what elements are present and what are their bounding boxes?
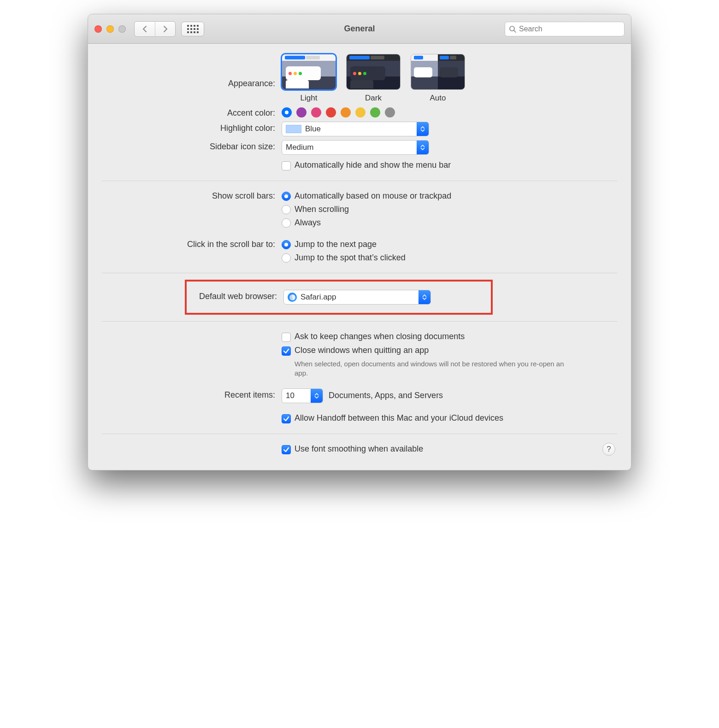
grid-icon: [187, 25, 199, 33]
appearance-option-dark[interactable]: Dark: [346, 54, 401, 103]
handoff-label: Allow Handoff between this Mac and your …: [295, 413, 503, 423]
stepper-icon: [417, 122, 429, 136]
font-smoothing-label: Use font smoothing when available: [295, 444, 423, 454]
highlight-swatch: [286, 125, 301, 133]
recent-items-value: 10: [286, 391, 311, 400]
accent-swatch-5[interactable]: [355, 107, 365, 117]
preferences-window: General Appearance: Light: [88, 14, 631, 470]
appearance-thumb-light: [282, 54, 336, 90]
safari-icon: [288, 293, 297, 302]
scrollbars-radio-2[interactable]: [282, 218, 291, 228]
click-scroll-radio-0[interactable]: [282, 240, 291, 249]
appearance-row: Appearance: Light: [88, 52, 631, 105]
scrollbars-radio-1[interactable]: [282, 205, 291, 214]
scrollbars-radio-0[interactable]: [282, 192, 291, 201]
default-browser-popup[interactable]: Safari.app: [283, 290, 431, 305]
help-button[interactable]: ?: [602, 443, 615, 456]
documents-row: Ask to keep changes when closing documen…: [88, 328, 631, 382]
titlebar: General: [88, 14, 631, 44]
accent-color-label: Accent color:: [88, 106, 282, 118]
click-scroll-radio-1[interactable]: [282, 253, 291, 263]
divider: [102, 321, 617, 322]
recent-items-row: Recent items: 10 Documents, Apps, and Se…: [88, 387, 631, 427]
svg-line-1: [514, 30, 516, 32]
appearance-option-dark-label: Dark: [346, 94, 401, 103]
forward-button[interactable]: [155, 22, 175, 36]
click-scroll-label: Click in the scroll bar to:: [88, 238, 282, 249]
highlight-color-label: Highlight color:: [88, 122, 282, 133]
default-browser-value: Safari.app: [301, 293, 353, 302]
stepper-icon: [311, 389, 323, 403]
accent-swatch-1[interactable]: [296, 107, 306, 117]
default-browser-highlight: Default web browser: Safari.app: [185, 280, 493, 315]
sidebar-icon-size-row: Sidebar icon size: Medium Automatically …: [88, 138, 631, 174]
highlight-value: Blue: [305, 124, 337, 134]
search-icon: [509, 25, 516, 33]
autohide-menubar-label: Automatically hide and show the menu bar: [295, 160, 451, 170]
accent-swatch-7[interactable]: [385, 107, 395, 117]
click-scroll-option-0[interactable]: Jump to the next page: [282, 238, 617, 251]
scrollbars-option-label-1: When scrolling: [295, 205, 349, 214]
divider: [102, 434, 617, 434]
stepper-icon: [417, 141, 429, 154]
fullscreen-window-button: [118, 25, 126, 33]
click-scroll-option-label-0: Jump to the next page: [295, 240, 377, 249]
accent-color-row: Accent color:: [88, 105, 631, 120]
scrollbars-option-1[interactable]: When scrolling: [282, 203, 617, 216]
appearance-option-light[interactable]: Light: [282, 54, 336, 103]
ask-keep-label: Ask to keep changes when closing documen…: [295, 332, 465, 341]
show-all-button[interactable]: [181, 22, 204, 36]
ask-keep-checkbox[interactable]: [282, 333, 291, 342]
sidebar-icon-size-label: Sidebar icon size:: [88, 140, 282, 152]
default-browser-label: Default web browser:: [187, 290, 283, 301]
accent-swatch-3[interactable]: [326, 107, 336, 117]
click-scroll-option-1[interactable]: Jump to the spot that’s clicked: [282, 251, 617, 264]
close-window-button[interactable]: [94, 25, 102, 33]
chevron-right-icon: [163, 25, 168, 33]
search-field[interactable]: [505, 22, 625, 36]
font-smoothing-checkbox[interactable]: [282, 445, 291, 454]
click-scroll-option-label-1: Jump to the spot that’s clicked: [295, 253, 406, 263]
chevron-left-icon: [142, 25, 147, 33]
scrollbars-option-0[interactable]: Automatically based on mouse or trackpad: [282, 189, 617, 203]
click-scroll-row: Click in the scroll bar to: Jump to the …: [88, 236, 631, 266]
accent-swatch-2[interactable]: [311, 107, 321, 117]
accent-swatch-6[interactable]: [370, 107, 380, 117]
scrollbars-option-2[interactable]: Always: [282, 216, 617, 229]
nav-back-forward: [134, 21, 176, 37]
highlight-color-row: Highlight color: Blue: [88, 120, 631, 138]
font-smoothing-row: Use font smoothing when available ?: [88, 440, 631, 458]
appearance-thumb-auto: [411, 54, 465, 90]
divider: [102, 181, 617, 181]
window-controls: [94, 25, 126, 33]
close-windows-label: Close windows when quitting an app: [295, 346, 429, 355]
recent-items-label: Recent items:: [88, 388, 282, 400]
close-windows-hint: When selected, open documents and window…: [282, 358, 567, 380]
recent-items-suffix: Documents, Apps, and Servers: [329, 391, 443, 400]
appearance-option-auto-label: Auto: [411, 94, 465, 103]
sidebar-icon-size-value: Medium: [286, 143, 330, 152]
default-browser-row: Default web browser: Safari.app: [187, 290, 491, 305]
search-input[interactable]: [519, 25, 620, 33]
scroll-bars-label: Show scroll bars:: [88, 189, 282, 201]
divider: [102, 273, 617, 273]
autohide-menubar-checkbox[interactable]: [282, 161, 291, 170]
scrollbars-option-label-0: Automatically based on mouse or trackpad: [295, 191, 451, 201]
close-windows-checkbox[interactable]: [282, 346, 291, 356]
accent-swatch-0[interactable]: [282, 107, 292, 117]
appearance-option-light-label: Light: [282, 94, 336, 103]
appearance-label: Appearance:: [88, 54, 282, 88]
content: Appearance: Light: [88, 44, 631, 470]
appearance-thumb-dark: [346, 54, 401, 90]
scrollbars-option-label-2: Always: [295, 218, 321, 228]
appearance-option-auto[interactable]: Auto: [411, 54, 465, 103]
highlight-color-popup[interactable]: Blue: [282, 122, 429, 136]
recent-items-popup[interactable]: 10: [282, 388, 323, 403]
minimize-window-button[interactable]: [106, 25, 114, 33]
sidebar-icon-size-popup[interactable]: Medium: [282, 140, 429, 155]
stepper-icon: [418, 290, 430, 304]
scroll-bars-row: Show scroll bars: Automatically based on…: [88, 188, 631, 231]
accent-swatch-4[interactable]: [341, 107, 351, 117]
back-button[interactable]: [135, 22, 155, 36]
handoff-checkbox[interactable]: [282, 414, 291, 423]
